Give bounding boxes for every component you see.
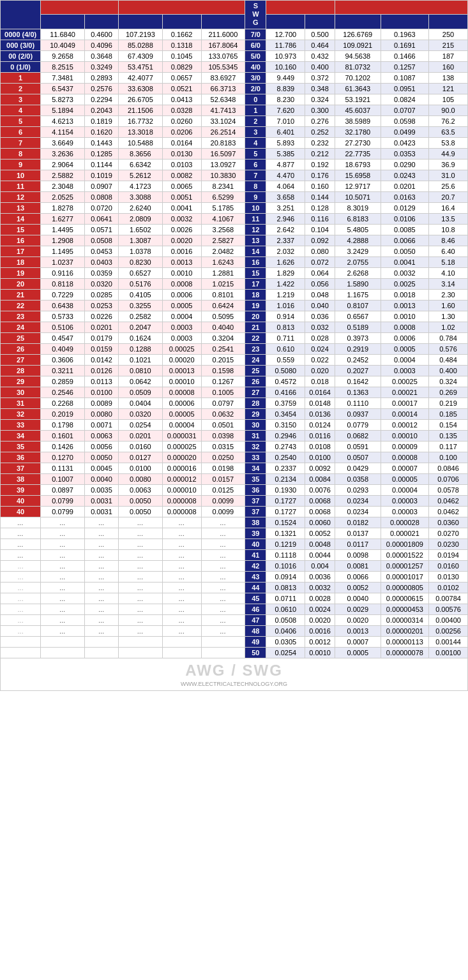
watermark-website: WWW.ELECTRICALTECHNOLOGY.ORG — [4, 681, 464, 687]
awg-data-cell: 0.8118 — [41, 278, 85, 289]
table-row: ..................450.07110.00280.00400.… — [1, 593, 468, 604]
awg-data-cell: 0.0100 — [84, 387, 118, 397]
awg-data-cell: 8.2341 — [201, 181, 245, 191]
awg-data-cell: 0.0016 — [162, 246, 201, 256]
awg-data-cell: 0.0159 — [84, 343, 118, 354]
awg-data-cell: 0.4040 — [201, 322, 245, 332]
awg-data-cell: ... — [201, 625, 245, 636]
awg-data-cell: 1.6502 — [119, 224, 163, 235]
swg-data-cell: 2.642 — [266, 224, 305, 235]
awg-data-cell: 0.000016 — [162, 463, 201, 473]
awg-label: 10 — [1, 170, 41, 181]
awg-data-cell: 0.0125 — [201, 484, 245, 495]
awg-data-cell: 2.6240 — [119, 202, 163, 213]
awg-label: ... — [1, 549, 41, 560]
swg-data-cell: 0.1727 — [266, 495, 305, 506]
awg-label: ... — [1, 614, 41, 625]
swg-inch-header — [305, 15, 335, 29]
swg-label: 3 — [245, 126, 266, 137]
swg-data-cell: 0.100 — [429, 452, 468, 463]
awg-label: 00 (2/0) — [1, 50, 41, 61]
swg-label: 13 — [245, 235, 266, 246]
swg-data-cell: 0.072 — [305, 256, 335, 267]
swg-data-cell: 0.00001257 — [381, 560, 428, 571]
swg-data-cell: 5.18 — [429, 256, 468, 267]
awg-label: 7 — [1, 137, 41, 148]
awg-data-cell: 0.2268 — [41, 397, 85, 408]
table-row: ..................460.06100.00240.00290.… — [1, 604, 468, 614]
awg-data-cell: 0.2043 — [84, 105, 118, 115]
swg-data-cell: 3.14 — [429, 278, 468, 289]
swg-data-cell: 38.5989 — [335, 115, 381, 126]
awg-data-cell: ... — [84, 625, 118, 636]
awg-data-cell: ... — [41, 517, 85, 528]
swg-label: 36 — [245, 484, 266, 495]
awg-data-cell: 3.2568 — [201, 224, 245, 235]
awg-data-cell: 0.0501 — [201, 419, 245, 430]
swg-data-cell: 0.0136 — [305, 408, 335, 419]
swg-data-cell: 1.1675 — [335, 289, 381, 300]
swg-data-cell: 8.3019 — [335, 202, 381, 213]
awg-label: 6 — [1, 126, 41, 137]
swg-data-cell: 0.092 — [305, 235, 335, 246]
awg-data-cell: 0.5106 — [41, 322, 85, 332]
watermark-cell: AWG / SWGWWW.ELECTRICALTECHNOLOGY.ORG — [1, 658, 468, 690]
swg-label: 7/0 — [245, 29, 266, 40]
swg-data-cell: 4.470 — [266, 170, 305, 181]
awg-data-cell: 1.6243 — [201, 256, 245, 267]
swg-data-cell: 0.0163 — [381, 191, 428, 202]
awg-data-cell: 0.0103 — [162, 159, 201, 170]
awg-data-cell: 0.00013 — [162, 365, 201, 376]
awg-data-cell: 0.0045 — [84, 463, 118, 473]
awg-data-cell: 5.2612 — [119, 170, 163, 181]
awg-data-cell: 3.2636 — [41, 148, 85, 159]
swg-data-cell: 90.0 — [429, 105, 468, 115]
table-row: 54.62130.181916.77320.026033.102427.0100… — [1, 115, 468, 126]
awg-data-cell: 16.5097 — [201, 148, 245, 159]
swg-label: 38 — [245, 517, 266, 528]
awg-data-cell: 0.000031 — [162, 430, 201, 441]
swg-data-cell: 1.219 — [266, 289, 305, 300]
awg-data-cell: 0.000010 — [162, 484, 201, 495]
swg-label: 18 — [245, 289, 266, 300]
awg-data-cell: 0.0050 — [119, 495, 163, 506]
swg-data-cell: 0.0148 — [305, 397, 335, 408]
swg-data-cell: 1.422 — [266, 278, 305, 289]
swg-data-cell: 0.0254 — [266, 647, 305, 658]
awg-label: 13 — [1, 202, 41, 213]
swg-data-cell: 0.00021 — [381, 387, 428, 397]
swg-data-cell: 1.02 — [429, 322, 468, 332]
swg-data-cell: 0.3454 — [266, 408, 305, 419]
awg-data-cell: 2.0482 — [201, 246, 245, 256]
awg-data-cell: ... — [119, 517, 163, 528]
awg-data-cell: 0.00006 — [162, 397, 201, 408]
awg-data-cell: 0.0065 — [162, 181, 201, 191]
awg-data-cell: ... — [201, 582, 245, 593]
swg-data-cell: 0.0462 — [429, 506, 468, 517]
watermark-big-label: AWG / SWG — [4, 662, 464, 679]
swg-data-cell: 0.117 — [429, 441, 468, 452]
table-row: 500.02540.00100.00050.000000780.00100 — [1, 647, 468, 658]
swg-data-cell: 0.00010 — [381, 430, 428, 441]
swg-data-cell: 0.160 — [305, 181, 335, 191]
swg-data-cell: 0.00000453 — [381, 604, 428, 614]
swg-data-cell: 0.0360 — [429, 517, 468, 528]
swg-label: 9 — [245, 191, 266, 202]
awg-label: ... — [1, 538, 41, 549]
swg-data-cell: 0.914 — [266, 311, 305, 322]
swg-data-cell: 0.500 — [305, 29, 335, 40]
swg-data-cell: 2.337 — [266, 235, 305, 246]
swg-label: 35 — [245, 473, 266, 484]
awg-data-cell: 0.1270 — [41, 452, 85, 463]
awg-label: 32 — [1, 408, 41, 419]
awg-data-cell: 0.0041 — [162, 202, 201, 213]
swg-data-cell: 0.212 — [305, 148, 335, 159]
awg-label: 26 — [1, 343, 41, 354]
swg-data-cell: 10.160 — [266, 61, 305, 72]
awg-data-cell: 0.0031 — [84, 506, 118, 517]
awg-data-cell: 0.0398 — [201, 430, 245, 441]
swg-data-cell: 0.135 — [429, 430, 468, 441]
swg-data-cell: 0.300 — [305, 105, 335, 115]
awg-data-cell: 0.0126 — [84, 365, 118, 376]
awg-data-cell: 6.6342 — [119, 159, 163, 170]
